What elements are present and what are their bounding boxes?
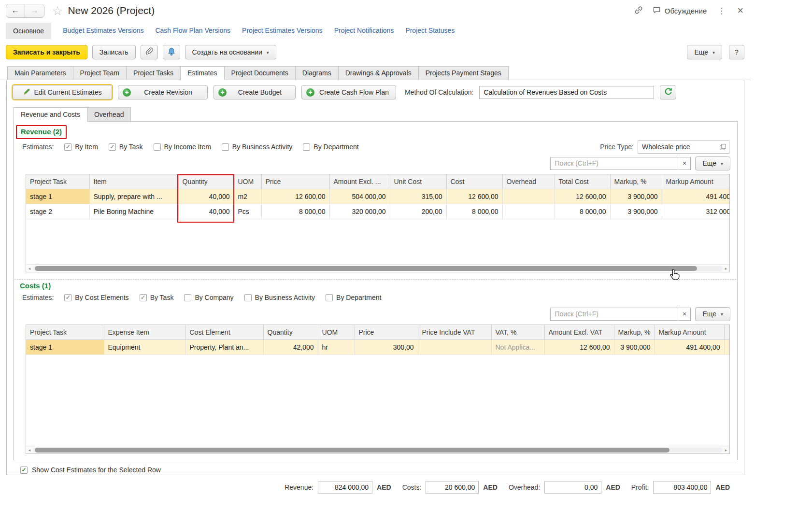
nav-link-project-notifications[interactable]: Project Notifications xyxy=(334,27,394,35)
tab-drawings-approvals[interactable]: Drawings & Approvals xyxy=(339,66,419,80)
cell[interactable]: 3 900,000 xyxy=(614,340,655,355)
column-header-quantity[interactable]: Quantity xyxy=(263,325,318,340)
cell[interactable]: 40,000 xyxy=(178,204,234,219)
cell[interactable]: 12 600,00 xyxy=(555,189,610,204)
subtab-overhead[interactable]: Overhead xyxy=(87,107,131,122)
revenue-hscrollbar[interactable]: ◂ ▸ xyxy=(26,264,729,272)
cell[interactable]: 12 600,00 xyxy=(446,189,502,204)
choose-icon[interactable] xyxy=(719,143,727,152)
tab-project-documents[interactable]: Project Documents xyxy=(225,66,296,80)
edit-current-estimates-button[interactable]: Edit Current Estimates xyxy=(13,85,112,99)
scroll-left-icon[interactable]: ◂ xyxy=(26,266,33,271)
create-cash-flow-plan-button[interactable]: + Create Cash Flow Plan xyxy=(301,85,396,99)
column-header-extra[interactable] xyxy=(724,325,730,340)
attachments-button[interactable] xyxy=(141,45,158,59)
column-header-unit-cost[interactable]: Unit Cost xyxy=(390,174,446,189)
nav-link-project-statuses[interactable]: Project Statuses xyxy=(405,27,455,35)
column-header-uom[interactable]: UOM xyxy=(234,174,261,189)
filter-by-department[interactable]: By Department xyxy=(303,143,358,151)
cell[interactable]: stage 2 xyxy=(26,204,89,219)
column-header-uom[interactable]: UOM xyxy=(318,325,355,340)
costs-search-input[interactable] xyxy=(550,308,678,321)
tab-estimates[interactable]: Estimates xyxy=(181,66,224,80)
cell[interactable]: 42,000 xyxy=(263,340,318,355)
cell[interactable] xyxy=(418,340,491,355)
column-header-cost-element[interactable]: Cost Element xyxy=(185,325,263,340)
cell[interactable]: 200,00 xyxy=(390,204,446,219)
cell[interactable] xyxy=(502,189,555,204)
column-header-quantity[interactable]: Quantity xyxy=(178,174,234,189)
create-budget-button[interactable]: + Create Budget xyxy=(214,85,296,99)
column-header-markup[interactable]: Markup, % xyxy=(614,325,655,340)
table-row[interactable]: stage 1Supply, prepare with ...40,000m21… xyxy=(26,189,730,204)
cell[interactable]: stage 1 xyxy=(26,340,104,355)
cell[interactable]: 491 400,00 xyxy=(655,340,724,355)
cell[interactable]: hr xyxy=(318,340,355,355)
create-based-on-button[interactable]: Создать на основании ▾ xyxy=(185,45,276,59)
more-menu-icon[interactable]: ⋮ xyxy=(715,6,727,16)
more-button[interactable]: Еще ▾ xyxy=(687,45,722,59)
clear-search-icon[interactable]: × xyxy=(678,308,691,321)
column-header-cost[interactable]: Cost xyxy=(446,174,502,189)
cell[interactable]: 315,00 xyxy=(390,189,446,204)
costs-more-button[interactable]: Еще ▾ xyxy=(695,307,730,321)
cell[interactable]: 8 000,00 xyxy=(555,204,610,219)
help-button[interactable]: ? xyxy=(729,45,744,59)
column-header-project-task[interactable]: Project Task xyxy=(26,325,104,340)
revenue-search-input[interactable] xyxy=(550,157,678,170)
scroll-left-icon[interactable]: ◂ xyxy=(26,448,33,452)
column-header-markup-amount[interactable]: Markup Amount xyxy=(655,325,724,340)
tab-diagrams[interactable]: Diagrams xyxy=(296,66,339,80)
column-header-project-task[interactable]: Project Task xyxy=(26,174,89,189)
cell[interactable]: 8 000,00 xyxy=(446,204,502,219)
scroll-thumb[interactable] xyxy=(35,448,670,452)
discussion-button[interactable]: Обсуждение xyxy=(652,5,707,16)
nav-link-budget-estimates-versions[interactable]: Budget Estimates Versions xyxy=(63,27,143,35)
save-and-close-button[interactable]: Записать и закрыть xyxy=(6,45,87,59)
method-of-calculation-field[interactable]: Calculation of Revenues Based on Costs xyxy=(479,86,654,99)
revenue-section-link[interactable]: Revenue (2) xyxy=(21,127,62,136)
refresh-button[interactable] xyxy=(660,85,676,99)
column-header-markup-amount[interactable]: Markup Amount xyxy=(662,174,730,189)
tab-main-parameters[interactable]: Main Parameters xyxy=(7,66,73,80)
cell[interactable]: 320 000,00 xyxy=(329,204,390,219)
clear-search-icon[interactable]: × xyxy=(678,157,691,170)
reminder-button[interactable] xyxy=(163,45,180,59)
cell[interactable] xyxy=(502,204,555,219)
show-cost-estimates-checkbox[interactable] xyxy=(20,467,28,474)
column-header-price[interactable]: Price xyxy=(261,174,329,189)
cell[interactable]: Equipment xyxy=(104,340,185,355)
nav-link-project-estimates-versions[interactable]: Project Estimates Versions xyxy=(242,27,323,35)
tab-projects-payment-stages[interactable]: Projects Payment Stages xyxy=(419,66,509,80)
cell[interactable] xyxy=(724,340,730,355)
filter-by-department[interactable]: By Department xyxy=(326,294,381,301)
column-header-amount-excl[interactable]: Amount Excl. ... xyxy=(329,174,390,189)
revenue-more-button[interactable]: Еще ▾ xyxy=(695,156,730,170)
column-header-item[interactable]: Item xyxy=(89,174,178,189)
favorite-star-icon[interactable]: ☆ xyxy=(52,4,63,18)
copy-link-icon[interactable] xyxy=(634,5,643,16)
section-splitter[interactable] xyxy=(14,279,736,280)
cell[interactable]: 12 600,00 xyxy=(261,189,329,204)
cell[interactable]: m2 xyxy=(234,189,261,204)
column-header-price[interactable]: Price xyxy=(355,325,418,340)
table-row[interactable]: stage 1EquipmentProperty, Plant an...42,… xyxy=(26,340,730,355)
price-type-field[interactable]: Wholesale price xyxy=(638,141,729,154)
filter-by-income-item[interactable]: By Income Item xyxy=(154,143,211,151)
cell[interactable]: 312 000,00 xyxy=(662,204,730,219)
costs-section-link[interactable]: Costs (1) xyxy=(20,282,51,290)
cell[interactable]: stage 1 xyxy=(26,189,89,204)
cell[interactable]: 40,000 xyxy=(178,189,234,204)
column-header-vat[interactable]: VAT, % xyxy=(491,325,544,340)
cell[interactable]: Not Applica... xyxy=(491,340,544,355)
tab-project-tasks[interactable]: Project Tasks xyxy=(127,66,181,80)
column-header-expense-item[interactable]: Expense Item xyxy=(104,325,185,340)
tab-project-team[interactable]: Project Team xyxy=(73,66,127,80)
save-button[interactable]: Записать xyxy=(92,45,136,59)
column-header-amount-excl-vat[interactable]: Amount Excl. VAT xyxy=(544,325,614,340)
nav-item-main[interactable]: Основное xyxy=(6,23,51,39)
nav-link-cash-flow-plan-versions[interactable]: Cash Flow Plan Versions xyxy=(155,27,230,35)
filter-by-task[interactable]: By Task xyxy=(140,294,174,301)
cell[interactable]: 8 000,00 xyxy=(261,204,329,219)
filter-by-cost-elements[interactable]: By Cost Elements xyxy=(64,294,128,301)
